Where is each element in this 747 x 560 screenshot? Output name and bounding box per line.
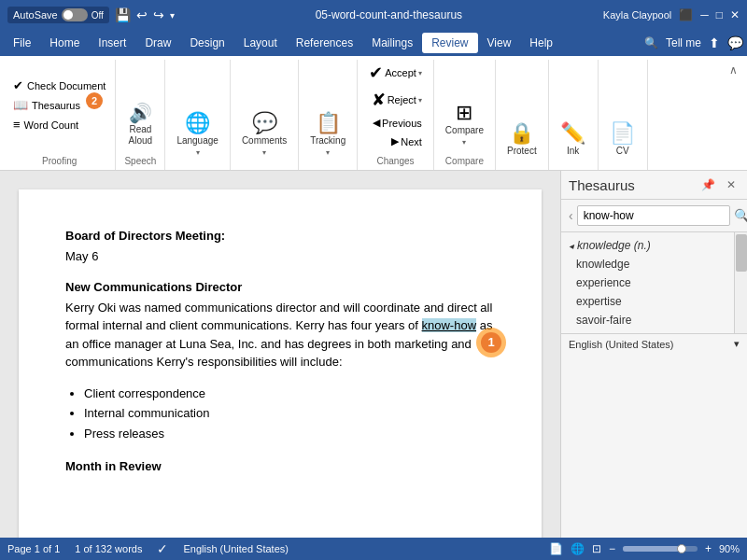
title-bar-left: AutoSave Off 💾 ↩ ↪ ▾	[7, 7, 175, 23]
tell-me[interactable]: Tell me	[666, 36, 701, 49]
prev-button[interactable]: ◀ Previous	[367, 114, 428, 132]
menu-view[interactable]: View	[478, 33, 521, 53]
thesaurus-label: Thesaurus	[32, 100, 80, 111]
protect-button[interactable]: 🔒 Protect	[501, 119, 543, 161]
cv-label: CV	[616, 146, 629, 157]
zoom-handle[interactable]	[677, 544, 686, 553]
document-area[interactable]: Board of Directors Meeting: May 6 New Co…	[0, 171, 560, 552]
doc-section2-heading: Month in Review	[65, 457, 495, 476]
thesaurus-panel: Thesaurus 📌 ✕ ‹ 🔍 ◂ knowledge (n.) knowl…	[560, 171, 747, 552]
cv-icon: 📄	[610, 123, 635, 144]
menu-help[interactable]: Help	[520, 33, 562, 53]
thesaurus-search-button[interactable]: 🔍	[734, 208, 747, 223]
thesaurus-scrollbar[interactable]	[734, 232, 747, 333]
menu-mailings[interactable]: Mailings	[362, 33, 422, 53]
status-proofread-icon[interactable]: ✓	[157, 541, 168, 556]
thesaurus-close-button[interactable]: ✕	[723, 176, 740, 193]
accept-label: Accept	[385, 67, 416, 78]
prev-icon: ◀	[373, 117, 380, 129]
maximize-icon[interactable]: □	[716, 8, 723, 21]
reject-label: Reject	[388, 94, 416, 105]
doc-date: May 6	[65, 247, 495, 266]
thesaurus-word-savoir-faire[interactable]: savoir-faire	[561, 311, 734, 329]
autosave-badge[interactable]: AutoSave Off	[7, 7, 109, 23]
tracking-icon: 📋	[316, 113, 341, 133]
close-icon[interactable]: ✕	[730, 8, 740, 21]
ribbon-group-changes: ✔ Accept ▾ ✘ Reject ▾ ◀ Previous ▶ Next	[358, 60, 434, 170]
share-icon[interactable]: ⬆	[709, 35, 720, 50]
restore-icon[interactable]: ⬛	[679, 8, 693, 21]
language-label: Language	[176, 135, 218, 147]
menu-file[interactable]: File	[4, 33, 40, 53]
ink-button[interactable]: ✏️ Ink	[555, 119, 592, 161]
comments-label: Comments	[242, 135, 287, 147]
thesaurus-word-expertise[interactable]: expertise	[561, 292, 734, 311]
save-icon[interactable]: 💾	[115, 7, 131, 22]
status-bar: Page 1 of 1 1 of 132 words ✓ English (Un…	[0, 538, 747, 560]
status-page[interactable]: Page 1 of 1	[7, 543, 60, 554]
autosave-toggle[interactable]	[62, 8, 88, 21]
thesaurus-pin-button[interactable]: 📌	[698, 176, 719, 193]
protect-icon: 🔒	[509, 123, 534, 144]
compare-icon: ⊞	[456, 103, 472, 123]
check-doc-label: Check Document	[27, 80, 106, 91]
zoom-out-button[interactable]: −	[609, 542, 615, 555]
accept-button[interactable]: ✔ Accept ▾	[363, 60, 428, 86]
status-language[interactable]: English (United States)	[183, 543, 289, 554]
protect-label: Protect	[507, 146, 537, 157]
menu-design[interactable]: Design	[180, 33, 233, 53]
compare-button[interactable]: ⊞ Compare ▾	[440, 99, 489, 150]
reject-button[interactable]: ✘ Reject ▾	[366, 87, 428, 113]
thesaurus-search-input[interactable]	[577, 205, 730, 226]
thesaurus-results: ◂ knowledge (n.) knowledge experience ex…	[561, 232, 734, 333]
reject-icon: ✘	[372, 90, 386, 110]
next-button[interactable]: ▶ Next	[386, 133, 428, 150]
zoom-slider[interactable]	[623, 546, 698, 552]
thesaurus-language-selector[interactable]: English (United States) ▾	[561, 333, 747, 354]
title-bar-right: Kayla Claypool ⬛ ─ □ ✕	[603, 8, 740, 21]
language-group-label	[171, 164, 224, 170]
read-aloud-button[interactable]: 🔊 ReadAloud	[121, 100, 159, 150]
status-view-focus[interactable]: ⊡	[592, 542, 601, 555]
zoom-in-button[interactable]: +	[705, 542, 712, 555]
ribbon-group-comments: 💬 Comments ▾	[231, 60, 299, 170]
redo-icon[interactable]: ↪	[153, 7, 164, 22]
menu-review[interactable]: Review	[422, 33, 477, 53]
changes-label: Changes	[363, 154, 428, 170]
cv-button[interactable]: 📄 CV	[604, 119, 641, 161]
undo-icon[interactable]: ↩	[136, 7, 148, 22]
menu-insert[interactable]: Insert	[89, 33, 135, 53]
status-words[interactable]: 1 of 132 words	[75, 543, 142, 554]
tracking-button[interactable]: 📋 Tracking ▾	[304, 109, 351, 161]
thesaurus-word-experience[interactable]: experience	[561, 273, 734, 292]
status-view-web[interactable]: 🌐	[571, 542, 585, 555]
menu-home[interactable]: Home	[40, 33, 89, 53]
word-count-button[interactable]: ≡ Word Count	[9, 116, 82, 133]
menu-layout[interactable]: Layout	[234, 33, 287, 53]
thesaurus-button[interactable]: 📖 Thesaurus 2	[9, 96, 84, 114]
next-icon: ▶	[391, 135, 399, 147]
ink-label: Ink	[567, 146, 579, 157]
status-right: 📄 🌐 ⊡ − + 90%	[549, 542, 740, 555]
doc-subtitle: New Communications Director	[65, 278, 495, 297]
language-button[interactable]: 🌐 Language ▾	[171, 109, 224, 161]
status-view-print[interactable]: 📄	[549, 542, 563, 555]
thesaurus-category: ◂ knowledge (n.)	[561, 236, 734, 255]
ribbon-collapse-button[interactable]: ∧	[724, 60, 743, 80]
menu-references[interactable]: References	[287, 33, 362, 53]
proofing-label: Proofing	[9, 154, 109, 170]
user-name: Kayla Claypool	[603, 9, 671, 21]
next-label: Next	[401, 136, 422, 147]
thesaurus-results-wrapper: ◂ knowledge (n.) knowledge experience ex…	[561, 232, 747, 333]
comment-icon[interactable]: 💬	[727, 35, 743, 50]
thesaurus-word-knowledge[interactable]: knowledge	[561, 255, 734, 273]
word-count-icon: ≡	[13, 118, 21, 132]
menu-draw[interactable]: Draw	[135, 33, 180, 53]
minimize-icon[interactable]: ─	[700, 8, 709, 21]
main-area: Board of Directors Meeting: May 6 New Co…	[0, 171, 747, 552]
comments-button[interactable]: 💬 Comments ▾	[236, 109, 292, 161]
menu-bar: File Home Insert Draw Design Layout Refe…	[0, 30, 747, 56]
thesaurus-back-button[interactable]: ‹	[569, 208, 573, 223]
zoom-level[interactable]: 90%	[719, 543, 740, 554]
thesaurus-language-label: English (United States)	[569, 339, 674, 350]
